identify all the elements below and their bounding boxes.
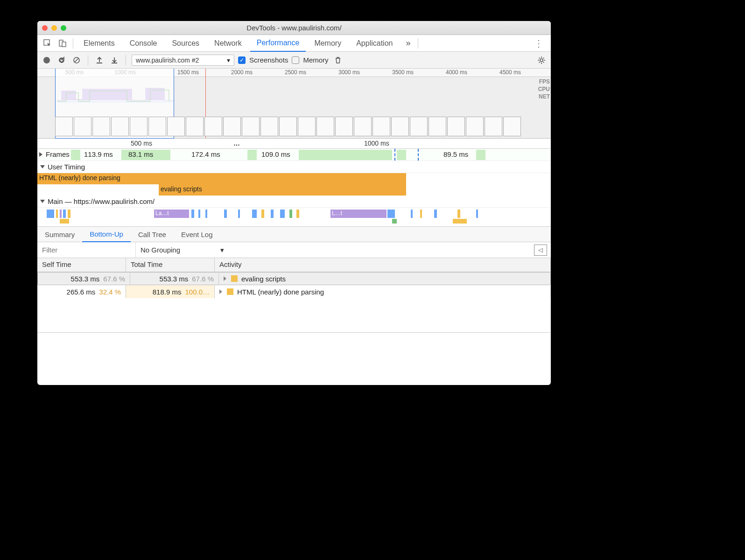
clear-button[interactable]: [71, 55, 82, 66]
recording-select[interactable]: www.paulirish.com #2 ▾: [132, 55, 234, 66]
timing-bar-html-parsing[interactable]: HTML (nearly) done parsing: [37, 173, 406, 184]
user-timing-header[interactable]: User Timing: [37, 161, 551, 173]
flame-slice[interactable]: La…t: [154, 210, 189, 218]
tab-call-tree[interactable]: Call Tree: [131, 226, 174, 242]
screenshot-thumb[interactable]: [167, 117, 185, 136]
total-pct: 67.6 %: [192, 275, 214, 283]
screenshot-thumb[interactable]: [242, 117, 260, 136]
settings-gear-icon[interactable]: [536, 55, 547, 66]
memory-checkbox[interactable]: [292, 56, 299, 64]
memory-label: Memory: [303, 56, 328, 64]
tab-performance[interactable]: Performance: [250, 35, 306, 52]
grouping-select[interactable]: No Grouping ▾: [135, 242, 229, 258]
flame-slice[interactable]: L…t: [330, 210, 387, 218]
device-toggle-icon[interactable]: [56, 37, 69, 50]
table-body: 553.3 ms67.6 % 553.3 ms67.6 % evaling sc…: [37, 272, 551, 333]
kebab-menu-icon[interactable]: ⋮: [530, 38, 547, 49]
time-cursor[interactable]: [418, 149, 419, 161]
screenshot-thumb[interactable]: [391, 117, 409, 136]
tab-sources[interactable]: Sources: [165, 35, 206, 52]
col-total-time[interactable]: Total Time: [126, 258, 215, 272]
overview-tick: 4500 ms: [499, 69, 521, 76]
frame-block[interactable]: [476, 150, 485, 160]
screenshot-thumb[interactable]: [92, 117, 110, 136]
collapse-icon[interactable]: [40, 165, 45, 168]
screenshot-thumb[interactable]: [410, 117, 428, 136]
timeline-overview[interactable]: 500 ms 1000 ms 1500 ms 2000 ms 2500 ms 3…: [37, 69, 551, 139]
tab-summary[interactable]: Summary: [37, 226, 82, 242]
ruler-tick: 1000 ms: [364, 140, 389, 147]
col-self-time[interactable]: Self Time: [37, 258, 126, 272]
ruler-ellipsis: …: [233, 140, 240, 147]
screenshot-thumb[interactable]: [204, 117, 222, 136]
col-activity[interactable]: Activity: [215, 258, 551, 272]
tab-bottom-up[interactable]: Bottom-Up: [82, 226, 131, 242]
frame-block[interactable]: [247, 150, 257, 160]
fps-label: FPS: [538, 78, 550, 85]
close-button[interactable]: [42, 25, 48, 31]
tab-network[interactable]: Network: [208, 35, 248, 52]
screenshot-thumb[interactable]: [429, 117, 446, 136]
overview-tick: 2000 ms: [231, 69, 253, 76]
screenshot-thumb[interactable]: [74, 117, 91, 136]
screenshot-thumb[interactable]: [223, 117, 241, 136]
tabs-overflow[interactable]: »: [402, 38, 414, 48]
frame-block[interactable]: [71, 150, 80, 160]
collapse-icon[interactable]: [40, 200, 45, 203]
main-thread-track[interactable]: La…t L…t: [37, 208, 551, 226]
frames-expand-icon[interactable]: [39, 151, 45, 158]
tab-console[interactable]: Console: [123, 35, 164, 52]
record-button[interactable]: [41, 55, 52, 66]
screenshot-thumb[interactable]: [316, 117, 334, 136]
frame-block[interactable]: [299, 150, 392, 160]
table-row[interactable]: 553.3 ms67.6 % 553.3 ms67.6 % evaling sc…: [37, 272, 551, 285]
activity-swatch: [231, 275, 238, 282]
frame-value: 83.1 ms: [128, 150, 153, 158]
time-cursor[interactable]: [394, 149, 395, 161]
titlebar: DevTools - www.paulirish.com/: [37, 21, 551, 35]
show-heaviest-stack-icon[interactable]: ◁: [534, 245, 547, 256]
tab-memory[interactable]: Memory: [308, 35, 348, 52]
frame-value: 89.5 ms: [443, 150, 468, 158]
tab-elements[interactable]: Elements: [77, 35, 121, 52]
tab-application[interactable]: Application: [350, 35, 399, 52]
devtools-window: DevTools - www.paulirish.com/ Elements C…: [37, 21, 551, 385]
save-profile-icon[interactable]: [109, 55, 120, 66]
screenshot-thumb[interactable]: [372, 117, 390, 136]
load-profile-icon[interactable]: [94, 55, 105, 66]
expand-icon[interactable]: [224, 276, 226, 281]
timing-bar-evaling-scripts[interactable]: evaling scripts: [159, 184, 406, 196]
frames-track[interactable]: Frames 113.9 ms 83.1 ms 172.4 ms 109.0 m…: [37, 149, 551, 161]
screenshots-checkbox[interactable]: ✓: [238, 56, 246, 64]
reload-button[interactable]: [56, 55, 67, 66]
screenshot-thumb[interactable]: [298, 117, 316, 136]
user-timing-row: HTML (nearly) done parsing: [37, 173, 551, 184]
screenshot-thumb[interactable]: [485, 117, 502, 136]
screenshot-thumb[interactable]: [111, 117, 129, 136]
screenshot-thumb[interactable]: [354, 117, 372, 136]
screenshot-thumb[interactable]: [447, 117, 465, 136]
frame-block[interactable]: [397, 150, 406, 160]
filter-input[interactable]: [37, 243, 135, 258]
minimize-button[interactable]: [51, 25, 57, 31]
activity-name: evaling scripts: [241, 275, 286, 283]
tab-event-log[interactable]: Event Log: [174, 226, 220, 242]
filter-row: No Grouping ▾ ◁: [37, 242, 551, 258]
screenshot-thumb[interactable]: [130, 117, 148, 136]
zoom-button[interactable]: [61, 25, 66, 31]
table-row[interactable]: 265.6 ms32.4 % 818.9 ms100.0… HTML (near…: [37, 285, 551, 298]
expand-icon[interactable]: [219, 289, 222, 294]
screenshot-thumb[interactable]: [335, 117, 353, 136]
separator: [88, 55, 88, 65]
inspect-icon[interactable]: [41, 37, 54, 50]
screenshot-thumb[interactable]: [466, 117, 484, 136]
main-thread-header[interactable]: Main — https://www.paulirish.com/: [37, 196, 551, 208]
garbage-collect-icon[interactable]: [332, 55, 344, 66]
screenshot-thumb[interactable]: [186, 117, 204, 136]
detail-ruler[interactable]: 500 ms 1000 ms …: [37, 139, 551, 149]
screenshot-thumb[interactable]: [148, 117, 166, 136]
screenshot-thumb[interactable]: [279, 117, 297, 136]
screenshot-thumb[interactable]: [55, 117, 73, 136]
screenshot-thumb[interactable]: [503, 117, 521, 136]
screenshot-thumb[interactable]: [260, 117, 278, 136]
